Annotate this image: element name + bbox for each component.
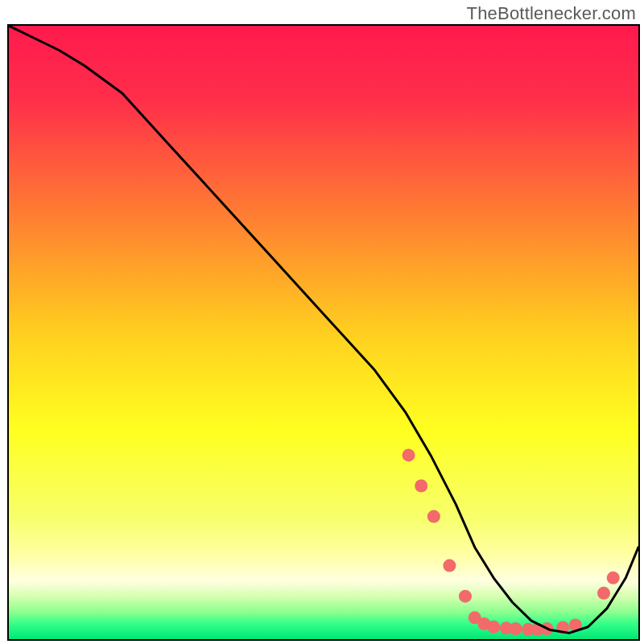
chart-svg [9,26,638,639]
data-point [607,572,620,584]
plot-area [7,24,640,641]
data-point [487,621,500,634]
attribution-text: TheBottlenecker.com [467,3,636,24]
data-point [459,590,472,603]
data-point [427,510,440,523]
data-point [443,559,456,572]
chart-stage: TheBottlenecker.com [0,0,644,644]
data-point [510,622,522,635]
data-point [402,448,415,461]
data-point [597,587,610,600]
dots-group [402,448,620,635]
bottleneck-curve [9,26,638,633]
data-point [415,479,427,492]
